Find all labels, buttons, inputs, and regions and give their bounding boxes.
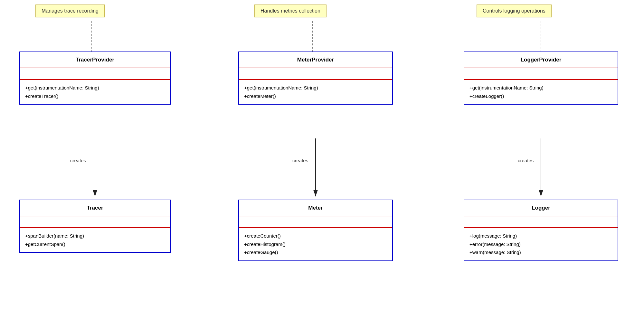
- class-meter: Meter +createCounter()+createHistogram()…: [238, 200, 393, 261]
- label-creates-meter: creates: [292, 158, 308, 163]
- class-meter-methods: +createCounter()+createHistogram()+creat…: [239, 228, 392, 260]
- class-meter-name: Meter: [239, 200, 392, 216]
- class-tracer-attributes: [20, 216, 170, 228]
- class-tracer-methods: +spanBuilder(name: String)+getCurrentSpa…: [20, 228, 170, 252]
- class-meterprovider-name: MeterProvider: [239, 52, 392, 68]
- class-logger-methods: +log(message: String)+error(message: Str…: [464, 228, 618, 260]
- class-tracerprovider: TracerProvider +get(instrumentationName:…: [19, 52, 171, 105]
- class-logger-name: Logger: [464, 200, 618, 216]
- diagram-container: Manages trace recording Handles metrics …: [0, 0, 644, 311]
- class-tracer: Tracer +spanBuilder(name: String)+getCur…: [19, 200, 171, 253]
- class-tracerprovider-name: TracerProvider: [20, 52, 170, 68]
- class-loggerprovider-methods: +get(instrumentationName: String)+create…: [464, 80, 618, 104]
- class-tracerprovider-attributes: [20, 68, 170, 80]
- class-meterprovider: MeterProvider +get(instrumentationName: …: [238, 52, 393, 105]
- class-meter-attributes: [239, 216, 392, 228]
- class-logger-attributes: [464, 216, 618, 228]
- label-creates-tracer: creates: [70, 158, 86, 163]
- class-logger: Logger +log(message: String)+error(messa…: [464, 200, 618, 261]
- class-loggerprovider-attributes: [464, 68, 618, 80]
- class-meterprovider-methods: +get(instrumentationName: String)+create…: [239, 80, 392, 104]
- diagram-svg: [0, 0, 644, 311]
- class-tracer-name: Tracer: [20, 200, 170, 216]
- class-loggerprovider-name: LoggerProvider: [464, 52, 618, 68]
- class-meterprovider-attributes: [239, 68, 392, 80]
- label-creates-logger: creates: [518, 158, 534, 163]
- note-handles-metrics: Handles metrics collection: [254, 5, 327, 17]
- class-tracerprovider-methods: +get(instrumentationName: String)+create…: [20, 80, 170, 104]
- note-manages-trace: Manages trace recording: [35, 5, 105, 17]
- note-controls-logging: Controls logging operations: [477, 5, 552, 17]
- class-loggerprovider: LoggerProvider +get(instrumentationName:…: [464, 52, 618, 105]
